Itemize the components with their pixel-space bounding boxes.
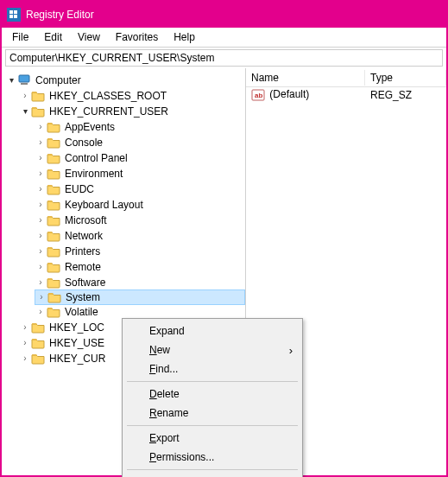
expand-arrow-icon[interactable]: › bbox=[35, 119, 47, 135]
expand-arrow-icon[interactable]: › bbox=[19, 335, 31, 351]
tree-item-key[interactable]: ›Keyboard Layout bbox=[35, 197, 245, 213]
expand-arrow-icon[interactable]: › bbox=[19, 88, 31, 104]
tree-label: HKEY_CLASSES_ROOT bbox=[47, 88, 168, 104]
tree-label: HKEY_CURRENT_USER bbox=[47, 104, 170, 119]
tree-label: EUDC bbox=[63, 181, 96, 197]
tree-label: Keyboard Layout bbox=[63, 197, 145, 213]
context-menu-separator bbox=[127, 381, 298, 382]
svg-rect-5 bbox=[21, 83, 28, 85]
menu-bar: File Edit View Favorites Help bbox=[2, 28, 446, 48]
column-header-type[interactable]: Type bbox=[365, 70, 446, 86]
column-header-name[interactable]: Name bbox=[246, 70, 365, 86]
menu-edit[interactable]: Edit bbox=[37, 29, 69, 45]
menu-favorites[interactable]: Favorites bbox=[109, 29, 165, 45]
tree-item-key[interactable]: ›Control Panel bbox=[35, 150, 245, 166]
tree-label: Control Panel bbox=[63, 150, 129, 166]
tree-label: Remote bbox=[63, 259, 103, 275]
tree-item-key[interactable]: ›Console bbox=[35, 135, 245, 150]
value-type: REG_SZ bbox=[365, 88, 446, 102]
expand-arrow-icon[interactable]: › bbox=[35, 181, 47, 197]
tree-item-key[interactable]: ›Microsoft bbox=[35, 213, 245, 228]
expand-arrow-icon[interactable]: › bbox=[35, 259, 47, 275]
expand-arrow-icon[interactable]: › bbox=[35, 166, 47, 181]
window-title: Registry Editor bbox=[26, 9, 94, 21]
tree-item-key[interactable]: ›Network bbox=[35, 228, 245, 244]
context-menu-item[interactable]: Delete bbox=[125, 385, 300, 404]
svg-rect-0 bbox=[9, 10, 13, 14]
tree-label: Microsoft bbox=[63, 213, 109, 228]
context-menu-item[interactable]: Find... bbox=[125, 359, 300, 378]
tree-label: Environment bbox=[63, 166, 124, 181]
tree-item-key[interactable]: ›Software bbox=[35, 275, 245, 290]
expand-arrow-icon[interactable]: › bbox=[35, 213, 47, 228]
svg-rect-3 bbox=[14, 15, 17, 18]
expand-arrow-icon[interactable]: › bbox=[35, 228, 47, 244]
expand-arrow-icon[interactable]: ▾ bbox=[5, 73, 17, 88]
expand-arrow-icon[interactable]: › bbox=[35, 275, 47, 290]
tree-label: Volatile bbox=[63, 304, 100, 320]
tree-label: System bbox=[64, 289, 102, 305]
tree-label: Network bbox=[63, 228, 104, 244]
context-menu-separator bbox=[127, 469, 298, 470]
app-icon bbox=[7, 8, 21, 22]
tree-label: Software bbox=[63, 275, 107, 290]
context-menu-item[interactable]: Expand bbox=[125, 321, 300, 340]
menu-file[interactable]: File bbox=[5, 29, 35, 45]
expand-arrow-icon[interactable]: › bbox=[35, 304, 47, 320]
value-name: (Default) bbox=[269, 88, 309, 100]
list-header: Name Type bbox=[246, 68, 446, 87]
tree-item-key[interactable]: ›Printers bbox=[35, 244, 245, 259]
context-menu: ExpandNewFind...DeleteRenameExportPermis… bbox=[122, 318, 303, 477]
computer-icon bbox=[17, 73, 31, 87]
tree-item-hive[interactable]: ▾HKEY_CURRENT_USER bbox=[19, 104, 245, 119]
value-row[interactable]: ab (Default) REG_SZ bbox=[246, 87, 446, 103]
expand-arrow-icon[interactable]: › bbox=[19, 320, 31, 335]
tree-label: AppEvents bbox=[63, 119, 117, 135]
expand-arrow-icon[interactable]: › bbox=[35, 150, 47, 166]
tree-label: Console bbox=[63, 135, 104, 150]
expand-arrow-icon[interactable]: ▾ bbox=[19, 104, 31, 119]
expand-arrow-icon[interactable]: › bbox=[35, 289, 47, 305]
svg-rect-4 bbox=[19, 75, 29, 82]
menu-help[interactable]: Help bbox=[167, 29, 202, 45]
tree-label: Computer bbox=[34, 73, 83, 88]
title-bar: Registry Editor bbox=[2, 2, 446, 28]
tree-item-key[interactable]: ›AppEvents bbox=[35, 119, 245, 135]
context-menu-item[interactable]: Permissions... bbox=[125, 448, 300, 467]
context-menu-item[interactable]: Copy Key Name bbox=[125, 473, 300, 477]
tree-label: HKEY_USE bbox=[47, 335, 106, 351]
tree-label: HKEY_LOC bbox=[47, 320, 106, 335]
context-menu-separator bbox=[127, 425, 298, 426]
tree-item-key[interactable]: ›Environment bbox=[35, 166, 245, 181]
tree-label: HKEY_CUR bbox=[47, 351, 107, 366]
svg-rect-1 bbox=[14, 10, 17, 14]
expand-arrow-icon[interactable]: › bbox=[35, 197, 47, 213]
string-value-icon: ab bbox=[251, 88, 265, 102]
tree-item-key[interactable]: ›Remote bbox=[35, 259, 245, 275]
context-menu-item[interactable]: New bbox=[125, 340, 300, 359]
svg-text:ab: ab bbox=[255, 92, 262, 99]
expand-arrow-icon[interactable]: › bbox=[19, 351, 31, 366]
expand-arrow-icon[interactable]: › bbox=[35, 135, 47, 150]
tree-item-key[interactable]: ›EUDC bbox=[35, 181, 245, 197]
tree-item-key[interactable]: ›System bbox=[35, 289, 245, 305]
svg-rect-2 bbox=[9, 15, 13, 18]
expand-arrow-icon[interactable]: › bbox=[35, 244, 47, 259]
context-menu-item[interactable]: Export bbox=[125, 429, 300, 448]
tree-item-hive[interactable]: ›HKEY_CLASSES_ROOT bbox=[19, 88, 245, 104]
context-menu-item[interactable]: Rename bbox=[125, 404, 300, 423]
tree-root-computer[interactable]: ▾ Computer bbox=[3, 73, 245, 88]
menu-view[interactable]: View bbox=[71, 29, 107, 45]
address-bar[interactable]: Computer\HKEY_CURRENT_USER\System bbox=[5, 49, 443, 67]
tree-label: Printers bbox=[63, 244, 102, 259]
